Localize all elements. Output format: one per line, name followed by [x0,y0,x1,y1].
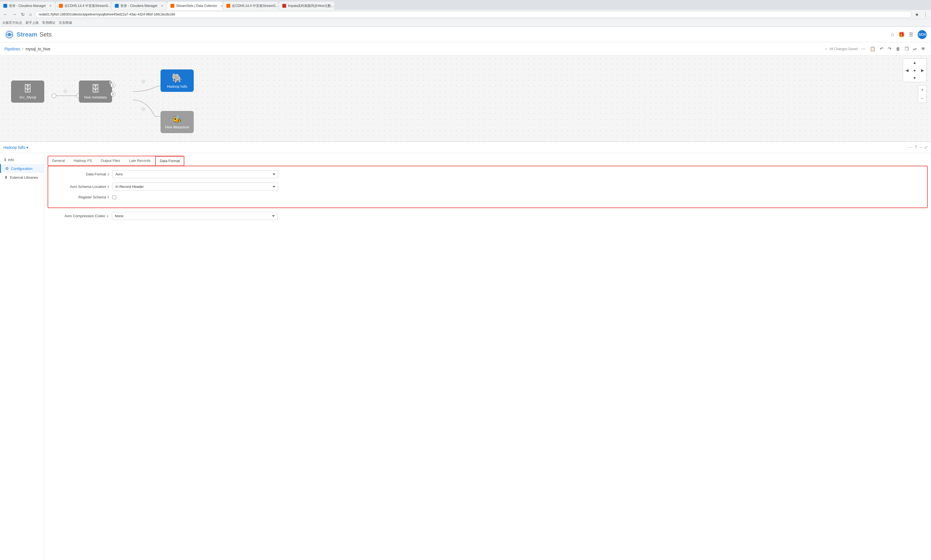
address-bar: ← → ↻ ⌂ ★ ⋮ [0,10,931,19]
panel-expand-btn[interactable]: ⤢ [924,145,928,150]
breadcrumb-pipelines[interactable]: Pipelines [5,47,20,51]
nav-arrows: ▲ ◀ ● ▶ ▼ [903,58,926,82]
form-row-avro-codec: Avro Compression Codec ℹ None Snappy Def… [48,208,931,220]
node-hive-metastore-box: 🐝 Hive Metastore [160,111,194,133]
zoom-in-btn[interactable]: + [918,86,926,94]
sidebar-item-configuration[interactable]: ⚙ Configuration [0,164,44,173]
avatar-button[interactable]: SCH [918,30,926,39]
register-schema-checkbox[interactable] [112,195,116,199]
preview-btn[interactable]: 👁 [920,45,926,52]
node-hive-metastore[interactable]: 🐝 Hive Metastore [160,111,194,133]
panel-help-btn[interactable]: ? [915,145,917,150]
bookmark-4[interactable]: 京东商城 [58,20,72,25]
src-mysql-icon: 🗄 [23,84,32,94]
breadcrumb-separator: / [22,47,23,51]
canvas-connections: ⚙ ⚙ ⚙ [0,55,931,142]
pipeline-name: mysql_to_hive [25,47,50,51]
panel-more-btn[interactable]: ⋯ [908,145,913,150]
shuffle-btn[interactable]: ⇌ [912,45,918,52]
nav-left-btn[interactable]: ◀ [903,66,911,74]
svg-text:⚙: ⚙ [63,89,68,94]
bookmark-1[interactable]: 火狐官方站点 [2,20,22,25]
nav-up-btn[interactable]: ▲ [911,58,919,66]
tab-close-4[interactable]: ✕ [220,4,223,8]
tab-label-4: StreamSets | Data Collector [176,4,217,8]
menu-icon-btn[interactable]: ☰ [909,32,913,38]
home-icon-btn[interactable]: ⌂ [891,32,894,37]
node-hadoop-hdfs-box: 🐘 Hadoop hdfs [160,69,194,92]
avro-schema-select[interactable]: In Record Header Inline [112,183,279,191]
avro-codec-select[interactable]: None Snappy Deflate [112,212,278,220]
tab-hadoop-fs[interactable]: Hadoop FS [70,156,96,165]
tab-3[interactable]: 登录 - Cloudera Manager ✕ [112,2,166,10]
hive-metastore-icon: 🐝 [172,115,182,124]
zoom-out-btn[interactable]: − [918,94,926,103]
sidebar-item-config-label: Configuration [11,166,32,171]
data-format-select[interactable]: Avro Text JSON CSV [112,170,279,178]
node-hadoop-hdfs[interactable]: 🐘 Hadoop hdfs [160,69,194,92]
node-src-mysql[interactable]: 🗄 Src_Mysql [11,80,44,103]
tab-5[interactable]: 在CDH5.14.4 中安装StreamS... ✕ [223,2,279,10]
data-format-label: Data Format ℹ [54,172,109,176]
redo-btn[interactable]: ↷ [887,45,893,52]
tab-4[interactable]: StreamSets | Data Collector ✕ [167,2,223,10]
form-row-data-format: Data Format ℹ Avro Text JSON CSV [54,170,922,178]
sidebar-item-info-label: Info [8,158,14,162]
home-button[interactable]: ⌂ [28,11,33,17]
delete-btn[interactable]: 🗑 [895,45,902,52]
sidebar-item-ext-label: External Libraries [10,175,38,180]
form-area: Data Format ℹ Avro Text JSON CSV Avro Sc… [48,166,928,208]
svg-text:⚙: ⚙ [141,106,146,112]
tab-general[interactable]: General [48,156,69,165]
more-options-btn[interactable]: ⋯ [860,45,866,52]
tab-output-files[interactable]: Output Files [97,156,124,165]
hadoop-hdfs-label: Hadoop hdfs [167,85,187,89]
data-format-info-icon[interactable]: ℹ [108,172,109,176]
nav-center-btn[interactable]: ● [911,66,919,74]
tab-6[interactable]: Impala实时刷新同步Hive元数... ✕ [279,2,334,10]
panel-minimize-btn[interactable]: − [919,145,922,150]
register-schema-info-icon[interactable]: ℹ [108,195,109,199]
tab-favicon-4 [171,4,174,8]
tab-data-format[interactable]: Data Format [155,156,184,166]
reload-button[interactable]: ↻ [20,11,26,18]
sidebar-item-info[interactable]: ℹ Info [0,155,44,164]
forward-button[interactable]: → [11,11,18,17]
avro-codec-info-icon[interactable]: ℹ [107,214,108,218]
duplicate-btn[interactable]: ❐ [903,45,910,52]
bookmark-button[interactable]: ★ [914,11,920,18]
bookmark-3[interactable]: 常用网址 [42,20,55,25]
external-libraries-icon: ⬆ [5,175,8,180]
tab-1[interactable]: 登录 - Cloudera Manager ✕ [0,2,55,10]
tab-2[interactable]: 在CDH5.14.4 中安装StreamS... ✕ [55,2,111,10]
avro-schema-info-icon[interactable]: ℹ [108,185,109,189]
copy-btn[interactable]: 📋 [869,45,877,52]
tabs-bar: General Hadoop FS Output Files Late Reco… [48,156,184,165]
nav-right-btn[interactable]: ▶ [919,66,926,74]
panel-title-button[interactable]: Hadoop hdfs ▾ [3,145,28,150]
avro-schema-label: Avro Schema Location ℹ [54,185,109,189]
browser-chrome: 登录 - Cloudera Manager ✕ 在CDH5.14.4 中安装St… [0,0,931,27]
tab-late-records[interactable]: Late Records [125,156,154,165]
register-schema-label: Register Schema ℹ [54,195,109,199]
hive-metastore-label: Hive Metastore [165,125,189,129]
gift-icon-btn[interactable]: 🎁 [898,32,905,38]
bookmarks-bar: 火狐官方站点 新手上路 常用网址 京东商城 [0,19,931,26]
back-button[interactable]: ← [2,11,9,17]
tab-label-6: Impala实时刷新同步Hive元数... [288,4,334,8]
tab-bar: 登录 - Cloudera Manager ✕ 在CDH5.14.4 中安装St… [0,0,931,10]
tab-close-3[interactable]: ✕ [161,4,163,8]
nav-down-btn[interactable]: ▼ [911,74,919,82]
panel-title-text: Hadoop hdfs [3,145,25,150]
tab-favicon-5 [226,4,230,8]
sidebar-item-external-libraries[interactable]: ⬆ External Libraries [0,173,44,182]
tab-close-1[interactable]: ✕ [49,4,52,8]
main-content: General Hadoop FS Output Files Late Reco… [44,153,931,560]
undo-btn[interactable]: ↶ [879,45,885,52]
bottom-panel-body: ℹ Info ⚙ Configuration ⬆ External Librar… [0,153,931,560]
panel-dropdown-arrow: ▾ [26,145,28,150]
menu-button[interactable]: ⋮ [922,11,929,18]
address-input[interactable] [35,11,912,18]
bookmark-2[interactable]: 新手上路 [25,20,39,25]
node-hive-metadata[interactable]: 🗄 ⚙ hive metadata 1 2 [79,80,112,103]
